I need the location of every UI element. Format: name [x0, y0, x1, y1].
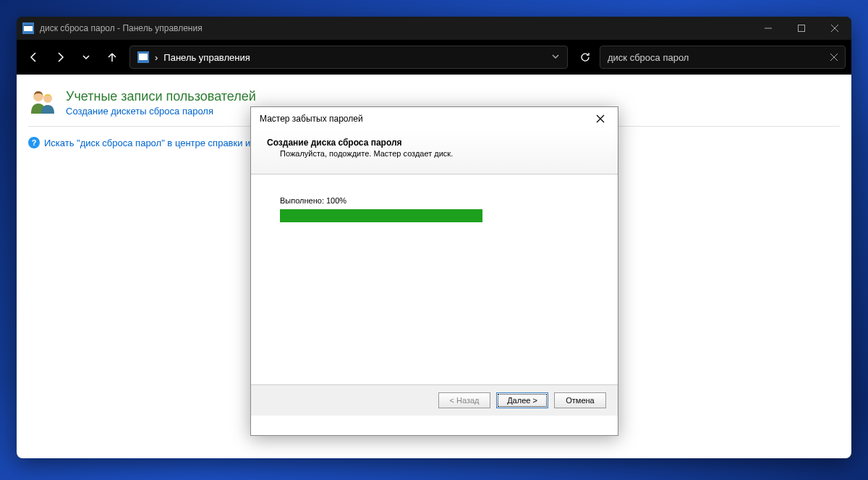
minimize-button[interactable] — [752, 17, 785, 40]
page-title: Учетные записи пользователей — [66, 89, 256, 104]
app-icon — [22, 22, 34, 34]
progress-label: Выполнено: 100% — [280, 196, 589, 205]
breadcrumb-separator: › — [155, 52, 158, 63]
breadcrumb-path[interactable]: Панель управления — [163, 52, 250, 63]
window-title: диск сброса парол - Панель управления — [40, 23, 203, 33]
create-reset-disk-link[interactable]: Создание дискеты сброса пароля — [66, 106, 213, 117]
control-panel-icon — [137, 51, 149, 63]
svg-rect-4 — [799, 25, 805, 32]
next-button[interactable]: Далее > — [496, 392, 548, 408]
search-value: диск сброса парол — [608, 52, 689, 63]
close-button[interactable] — [818, 17, 851, 40]
refresh-button[interactable] — [574, 46, 597, 69]
navigation-bar: › Панель управления диск сброса парол — [17, 40, 851, 75]
svg-rect-2 — [24, 25, 33, 26]
help-search-link[interactable]: Искать "диск сброса парол" в центре спра… — [44, 138, 263, 148]
back-button[interactable]: < Назад — [438, 392, 490, 408]
maximize-button[interactable] — [785, 17, 818, 40]
help-icon: ? — [28, 137, 40, 148]
address-bar[interactable]: › Панель управления — [129, 46, 568, 69]
svg-rect-8 — [139, 54, 148, 60]
titlebar: диск сброса парол - Панель управления — [17, 17, 851, 40]
users-icon — [28, 89, 57, 115]
clear-search-icon[interactable] — [830, 52, 838, 63]
wizard-step-title: Создание диска сброса пароля — [267, 138, 602, 148]
wizard-dialog: Мастер забытых паролей Создание диска сб… — [250, 106, 618, 436]
cancel-button[interactable]: Отмена — [554, 392, 606, 408]
wizard-title: Мастер забытых паролей — [260, 114, 363, 124]
up-button[interactable] — [101, 46, 124, 69]
forward-button[interactable] — [48, 46, 72, 69]
recent-button[interactable] — [75, 46, 98, 69]
search-input[interactable]: диск сброса парол — [600, 46, 846, 69]
wizard-close-button[interactable] — [592, 110, 609, 127]
back-button[interactable] — [22, 46, 46, 69]
wizard-step-desc: Пожалуйста, подождите. Мастер создает ди… — [280, 149, 602, 158]
chevron-down-icon[interactable] — [551, 52, 560, 63]
progress-bar — [280, 209, 482, 222]
